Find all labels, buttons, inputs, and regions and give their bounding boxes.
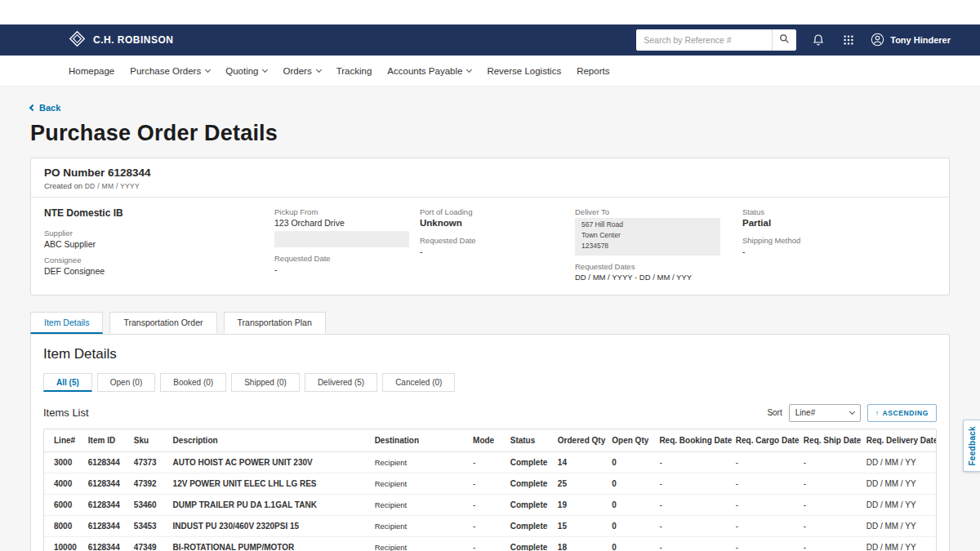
nav-item-purchase-orders[interactable]: Purchase Orders xyxy=(130,66,210,76)
nav-item-tracking[interactable]: Tracking xyxy=(336,66,372,76)
filter-tab-open-0[interactable]: Open (0) xyxy=(97,373,155,392)
filter-tab-all-5[interactable]: All (5) xyxy=(43,373,92,392)
po-summary-card: PO Number 6128344 Created on DD / MM / Y… xyxy=(30,158,950,295)
deliver-label: Deliver To xyxy=(575,207,742,216)
table-cell: 6000 xyxy=(44,494,85,515)
nav-item-accounts-payable[interactable]: Accounts Payable xyxy=(387,66,471,76)
filter-tab-canceled-0[interactable]: Canceled (0) xyxy=(382,373,455,392)
brand[interactable]: C.H. ROBINSON xyxy=(69,30,174,51)
chevron-down-icon xyxy=(849,409,855,415)
nav-item-label: Purchase Orders xyxy=(130,66,201,76)
tab-transportation-plan[interactable]: Transportation Plan xyxy=(224,312,326,334)
table-row: 10000612834447349BI-ROTATIONAL PUMP/MOTO… xyxy=(44,536,936,551)
filter-tab-booked-0[interactable]: Booked (0) xyxy=(160,373,226,392)
content-area: Back Purchase Order Details PO Number 61… xyxy=(0,87,980,551)
table-cell: Complete xyxy=(507,473,555,494)
table-cell: - xyxy=(800,494,863,515)
table-cell: 12V POWER UNIT ELEC LHL LG RES xyxy=(170,473,372,494)
apps-grid-icon[interactable] xyxy=(840,32,857,48)
deliver-requested-value: DD / MM / YYYY - DD / MM / YYY xyxy=(575,273,742,282)
column-header-line: Line# xyxy=(44,429,85,452)
filter-tab-shipped-0[interactable]: Shipped (0) xyxy=(231,373,300,392)
back-link[interactable]: Back xyxy=(30,103,60,113)
po-card-header: PO Number 6128344 Created on DD / MM / Y… xyxy=(31,158,949,198)
nav-item-quoting[interactable]: Quoting xyxy=(225,66,267,76)
nav-item-label: Homepage xyxy=(69,66,114,76)
column-header-req-booking-date: Req. Booking Date xyxy=(656,429,732,452)
nav-item-label: Accounts Payable xyxy=(387,66,462,76)
chevron-down-icon xyxy=(316,66,322,72)
feedback-label: Feedback xyxy=(968,426,977,466)
pickup-requested-value: - xyxy=(274,264,420,274)
sort-select[interactable]: Line# xyxy=(789,404,861,422)
table-cell: DD / MM / YY xyxy=(863,515,936,536)
table-cell: - xyxy=(800,536,863,551)
items-list-header: Items List Sort Line# ↑ ASCENDING xyxy=(43,404,937,422)
deliver-address-line: 1234578 xyxy=(581,241,714,251)
table-cell: - xyxy=(656,473,732,494)
sort-select-value: Line# xyxy=(795,408,815,417)
nav-item-homepage[interactable]: Homepage xyxy=(69,66,114,76)
topbar-right: Tony Hinderer xyxy=(636,29,951,51)
user-menu[interactable]: Tony Hinderer xyxy=(871,33,951,48)
table-cell: 15 xyxy=(555,515,608,536)
table-cell: DD / MM / YY xyxy=(863,494,936,515)
column-header-description: Description xyxy=(170,429,372,452)
brand-text: C.H. ROBINSON xyxy=(93,34,174,46)
notifications-bell-icon[interactable] xyxy=(810,32,826,48)
header-row: Line#Item IDSkuDescriptionDestinationMod… xyxy=(44,429,936,452)
port-label: Port of Loading xyxy=(420,207,575,216)
table-cell: AUTO HOIST AC POWER UNIT 230V xyxy=(170,451,372,473)
redacted-block xyxy=(274,231,409,247)
table-cell: DD / MM / YY xyxy=(863,536,936,551)
sort-controls: Sort Line# ↑ ASCENDING xyxy=(767,404,937,422)
table-cell: 0 xyxy=(608,536,656,551)
nav-item-reverse-logistics[interactable]: Reverse Logistics xyxy=(487,66,561,76)
table-cell: - xyxy=(800,473,863,494)
po-number: PO Number 6128344 xyxy=(44,167,936,179)
feedback-tab[interactable]: Feedback xyxy=(963,420,980,472)
table-cell: - xyxy=(733,515,800,536)
table-cell: 6128344 xyxy=(85,536,131,551)
port-requested-value: - xyxy=(420,247,575,256)
table-cell: 53453 xyxy=(131,515,170,536)
deliver-address-line: Town Center xyxy=(581,230,714,241)
user-name: Tony Hinderer xyxy=(890,35,951,45)
column-header-req-delivery-date: Req. Delivery Date xyxy=(863,429,936,452)
column-header-sku: Sku xyxy=(131,429,170,452)
po-col-status: Status Partial Shipping Method - xyxy=(742,207,936,282)
items-table: Line#Item IDSkuDescriptionDestinationMod… xyxy=(44,429,936,551)
table-cell: 4000 xyxy=(44,473,85,494)
table-cell: - xyxy=(470,451,507,473)
table-cell: INDUST PU 230/460V 2320PSI 15 xyxy=(170,515,372,536)
table-cell: - xyxy=(733,473,800,494)
table-cell: 19 xyxy=(555,494,608,515)
table-cell: 3000 xyxy=(44,451,85,473)
table-cell: - xyxy=(470,515,507,536)
search-input[interactable] xyxy=(636,29,772,51)
table-cell: 6128344 xyxy=(85,494,131,515)
table-row: 6000612834453460DUMP TRAILER PU DA 1.1GA… xyxy=(44,494,936,515)
table-cell: - xyxy=(656,536,732,551)
table-cell: 47392 xyxy=(131,473,170,494)
tab-item-details[interactable]: Item Details xyxy=(30,312,103,334)
filter-tab-delivered-5[interactable]: Delivered (5) xyxy=(305,373,377,392)
chevron-left-icon xyxy=(29,104,36,111)
table-cell: Recipient xyxy=(372,515,470,536)
table-cell: DD / MM / YY xyxy=(863,473,936,494)
nav-item-orders[interactable]: Orders xyxy=(283,66,320,76)
search-button[interactable] xyxy=(772,29,796,51)
table-cell: 6128344 xyxy=(85,473,131,494)
ascending-button[interactable]: ↑ ASCENDING xyxy=(867,404,937,422)
items-list-label: Items List xyxy=(43,407,89,419)
nav-item-reports[interactable]: Reports xyxy=(577,66,609,76)
table-cell: - xyxy=(656,494,732,515)
table-row: 3000612834447373AUTO HOIST AC POWER UNIT… xyxy=(44,451,936,473)
chevron-down-icon xyxy=(466,66,472,72)
nav-item-label: Orders xyxy=(283,66,311,76)
tab-transportation-order[interactable]: Transportation Order xyxy=(109,312,216,334)
table-row: 8000612834453453INDUST PU 230/460V 2320P… xyxy=(44,515,936,536)
pickup-requested-label: Requested Date xyxy=(274,254,420,263)
column-header-req-cargo-date: Req. Cargo Date xyxy=(733,429,800,452)
table-cell: - xyxy=(656,515,732,536)
